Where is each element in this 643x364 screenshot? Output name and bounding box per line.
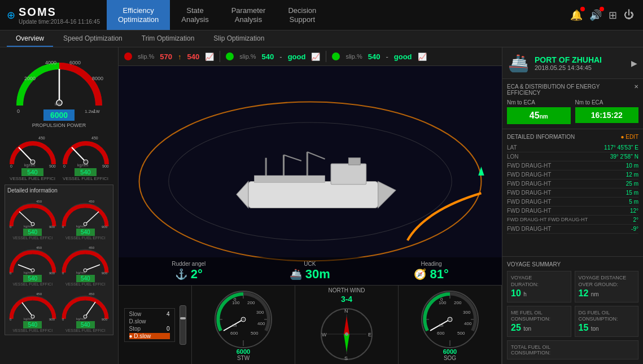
sub-nav-overview[interactable]: Overview [7,30,53,47]
svg-rect-71 [348,158,360,165]
slip-arrow-1: ↑ [178,52,182,61]
power-icon[interactable]: ⏻ [624,9,634,21]
svg-text:0: 0 [10,164,12,168]
svg-text:4000: 4000 [45,60,56,65]
propulsion-gauge: 0 2000 4000 6000 8000 1w 1.2w kw [8,52,110,114]
svg-text:900: 900 [49,318,55,321]
svg-line-22 [19,212,33,224]
svg-text:400: 400 [257,321,265,326]
detailed-section-title: Detailed information [7,187,111,194]
throttle-row-dslow: D.slow [129,318,170,324]
svg-text:450: 450 [36,200,42,203]
svg-text:W: W [322,332,327,337]
voyage-total-box: TOTAL FUEL OIL CONSUMPTION: [507,340,638,359]
throttle-row-active: ● D.slow [129,333,170,339]
detail-row-lon: LON 39° 2'58'' N [507,152,638,161]
rudder-label: Rudder angel [172,261,205,267]
port-header: 🚢 PORT OF ZHUHAI 2018.05.25 14:34:45 ▶ [502,47,643,79]
slip-chart-1[interactable]: 📈 [205,52,214,61]
svg-text:kn: kn [233,323,237,327]
uck-value: 30m [305,267,330,282]
svg-rect-61 [248,181,378,208]
wind-title: NORTH WIND [329,287,365,293]
port-name: PORT OF ZHUHAI [535,55,602,64]
left-panel: 0 2000 4000 6000 8000 1w 1.2w kw 6000 PR… [0,47,119,364]
eca-values-row: Nm to ECA 45nm Nm to ECA 16:15:22 [507,99,638,124]
detailed-section: Detailed information 0 450 900 [5,185,113,335]
port-ship-icon: 🚢 [508,53,529,73]
svg-line-52 [85,302,95,317]
detail-gauge-3: 0 450 900 kg/nm 540 VESSEL FUEL EFFICI [7,242,58,286]
voyage-distance-value: 12 [579,288,589,298]
slip-label-2: slip.% [239,53,256,60]
eca-box-2: Nm to ECA 16:15:22 [575,99,639,124]
slip-dash-3: - [386,52,388,61]
detailed-information-section: DETAILED INFORMATION ● EDIT LAT 117° 45'… [502,129,643,257]
wind-section: NORTH WIND 3-4 N S E W [295,286,399,364]
svg-line-68 [307,152,325,159]
grid-icon[interactable]: ⊞ [609,9,617,21]
detail-row-fwd7: FWD DRAUG-HT FWD DRAUG-HT 2° [507,216,638,225]
svg-text:900: 900 [49,225,55,229]
stw-gauge: 100 200 300 400 500 0 600 kn [212,288,274,350]
nav-item-efficiency[interactable]: Efficiency Optimization [107,0,170,30]
throttle-row-stop: Stop 0 [129,326,170,332]
svg-text:kg/nm: kg/nm [24,271,33,274]
slip-value-1: 570 [160,52,172,61]
nav-item-state[interactable]: State Analysis [170,0,220,30]
svg-text:2000: 2000 [24,76,36,81]
detail-row-fwd6: FWD DRAUG-HT 12° [507,207,638,216]
ship-info-overlay: Rudder angel ⚓ 2° UCK 🚢 30m [119,257,502,285]
sub-nav-slip[interactable]: Slip Optimization [204,30,273,47]
eca-label-1: Nm to ECA [507,99,571,106]
sub-navigation: Overview Speed Optimization Trim Optimiz… [0,30,643,47]
detailed-gauges-grid: 0 450 900 kg/nm 540 VESSEL FUEL EFFICI [7,196,111,332]
svg-text:kg/nm: kg/nm [24,163,35,168]
voyage-box-dg-fuel: DG FUEL OIL CONSUMPTION: 15 ton [575,306,639,337]
heading-value: 81° [430,267,448,282]
eca-box-1: Nm to ECA 45nm [507,99,571,124]
slip-chart-3[interactable]: 📈 [418,52,427,61]
throttle-section: Slow 4 D.slow Stop 0 ● D.slow [119,286,192,364]
svg-text:450: 450 [38,136,45,140]
slip-label-3: slip.% [345,53,362,60]
svg-text:450: 450 [89,200,95,203]
sub-nav-trim[interactable]: Trim Optimization [133,30,204,47]
svg-text:kg/nm: kg/nm [76,225,85,228]
slip-indicator-2 [226,52,234,60]
detail-row-fwd3: FWD DRAUG-HT 25 m [507,179,638,188]
eca-title: ECA & DISTRIBUTION OF ENERGY EFFICIENCY … [507,84,638,96]
svg-text:500: 500 [251,331,259,336]
nav-item-parameter[interactable]: Parameter Analysis [220,0,277,30]
svg-line-16 [72,147,86,162]
svg-text:900: 900 [49,164,56,168]
main-navigation: Efficiency Optimization State Analysis P… [107,0,570,30]
stw-label: STW [237,355,250,361]
nav-item-decision[interactable]: Decision Support [277,0,327,30]
svg-text:450: 450 [89,292,95,296]
slip-chart-2[interactable]: 📈 [311,52,320,61]
sound-icon[interactable]: 🔊 [589,9,602,21]
main-content: 0 2000 4000 6000 8000 1w 1.2w kw 6000 PR… [0,47,643,364]
throttle-controls: Slow 4 D.slow Stop 0 ● D.slow [124,308,175,342]
svg-text:kn: kn [439,323,444,327]
ship-visualization-area: Rudder angel ⚓ 2° UCK 🚢 30m [119,66,502,285]
svg-text:200: 200 [247,300,255,305]
svg-text:6000: 6000 [69,60,81,65]
ship-track-svg [119,66,502,285]
detail-row-fwd4: FWD DRAUG-HT 15 m [507,188,638,198]
detail-edit-button[interactable]: ● EDIT [620,134,638,140]
port-expand-icon[interactable]: ▶ [631,59,637,68]
slip-indicator-3 [332,52,340,60]
notifications-icon[interactable]: 🔔 [570,9,583,21]
voyage-grid: VOYAGE DURATION: 10 h VOYAGE DISTANCE OV… [507,271,638,359]
eca-close[interactable]: ✕ [634,84,638,96]
svg-text:900: 900 [102,225,108,229]
propulsion-value: 6000 [43,109,75,121]
detail-row-fwd1: FWD DRAUG-HT 10 m [507,161,638,170]
slip-good-3: good [394,52,412,61]
slip-dash-2: - [279,52,282,61]
voyage-mefuel-value: 25 [511,323,521,332]
uck-info: UCK 🚢 30m [290,261,330,282]
sub-nav-speed[interactable]: Speed Optimization [54,30,132,47]
